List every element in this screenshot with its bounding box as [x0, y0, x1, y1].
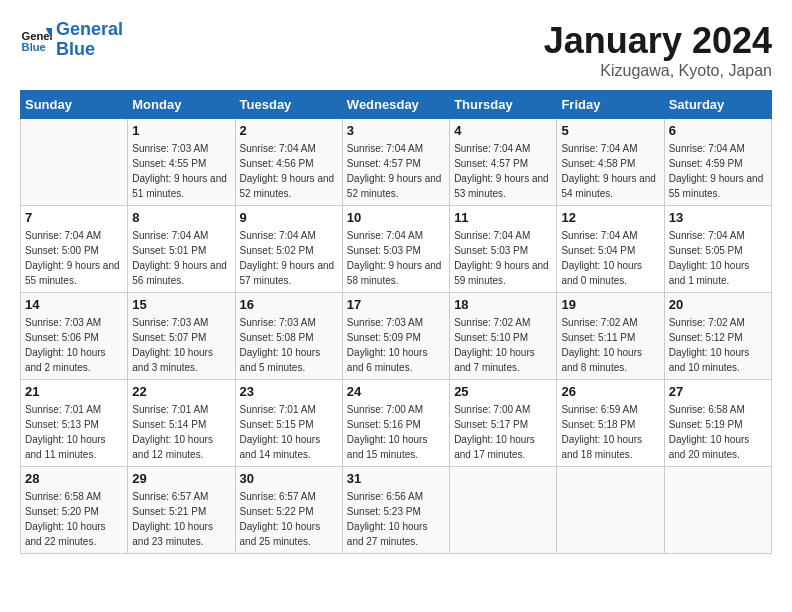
month-title: January 2024: [544, 20, 772, 62]
logo-icon: General Blue: [20, 24, 52, 56]
day-info: Sunrise: 7:01 AMSunset: 5:13 PMDaylight:…: [25, 402, 123, 462]
day-info: Sunrise: 6:57 AMSunset: 5:21 PMDaylight:…: [132, 489, 230, 549]
calendar-cell: 24Sunrise: 7:00 AMSunset: 5:16 PMDayligh…: [342, 380, 449, 467]
day-number: 22: [132, 384, 230, 399]
calendar-cell: 8Sunrise: 7:04 AMSunset: 5:01 PMDaylight…: [128, 206, 235, 293]
svg-text:Blue: Blue: [22, 41, 46, 53]
calendar-table: SundayMondayTuesdayWednesdayThursdayFrid…: [20, 90, 772, 554]
day-info: Sunrise: 7:03 AMSunset: 5:07 PMDaylight:…: [132, 315, 230, 375]
calendar-cell: 19Sunrise: 7:02 AMSunset: 5:11 PMDayligh…: [557, 293, 664, 380]
calendar-cell: 15Sunrise: 7:03 AMSunset: 5:07 PMDayligh…: [128, 293, 235, 380]
calendar-cell: 11Sunrise: 7:04 AMSunset: 5:03 PMDayligh…: [450, 206, 557, 293]
day-number: 30: [240, 471, 338, 486]
day-number: 1: [132, 123, 230, 138]
calendar-cell: 6Sunrise: 7:04 AMSunset: 4:59 PMDaylight…: [664, 119, 771, 206]
day-info: Sunrise: 6:56 AMSunset: 5:23 PMDaylight:…: [347, 489, 445, 549]
calendar-cell: [664, 467, 771, 554]
day-info: Sunrise: 6:59 AMSunset: 5:18 PMDaylight:…: [561, 402, 659, 462]
day-info: Sunrise: 7:02 AMSunset: 5:10 PMDaylight:…: [454, 315, 552, 375]
calendar-cell: 30Sunrise: 6:57 AMSunset: 5:22 PMDayligh…: [235, 467, 342, 554]
day-info: Sunrise: 6:57 AMSunset: 5:22 PMDaylight:…: [240, 489, 338, 549]
day-number: 3: [347, 123, 445, 138]
col-header-thursday: Thursday: [450, 91, 557, 119]
day-number: 15: [132, 297, 230, 312]
day-info: Sunrise: 7:00 AMSunset: 5:16 PMDaylight:…: [347, 402, 445, 462]
logo-text: GeneralBlue: [56, 20, 123, 60]
calendar-cell: 16Sunrise: 7:03 AMSunset: 5:08 PMDayligh…: [235, 293, 342, 380]
day-number: 11: [454, 210, 552, 225]
day-number: 21: [25, 384, 123, 399]
col-header-monday: Monday: [128, 91, 235, 119]
header-row: SundayMondayTuesdayWednesdayThursdayFrid…: [21, 91, 772, 119]
day-info: Sunrise: 7:04 AMSunset: 4:56 PMDaylight:…: [240, 141, 338, 201]
calendar-cell: 28Sunrise: 6:58 AMSunset: 5:20 PMDayligh…: [21, 467, 128, 554]
calendar-cell: 25Sunrise: 7:00 AMSunset: 5:17 PMDayligh…: [450, 380, 557, 467]
calendar-cell: 26Sunrise: 6:59 AMSunset: 5:18 PMDayligh…: [557, 380, 664, 467]
day-info: Sunrise: 7:01 AMSunset: 5:14 PMDaylight:…: [132, 402, 230, 462]
calendar-cell: 29Sunrise: 6:57 AMSunset: 5:21 PMDayligh…: [128, 467, 235, 554]
day-info: Sunrise: 7:04 AMSunset: 4:57 PMDaylight:…: [347, 141, 445, 201]
day-info: Sunrise: 7:03 AMSunset: 5:09 PMDaylight:…: [347, 315, 445, 375]
svg-text:General: General: [22, 30, 52, 42]
day-info: Sunrise: 6:58 AMSunset: 5:19 PMDaylight:…: [669, 402, 767, 462]
calendar-cell: 3Sunrise: 7:04 AMSunset: 4:57 PMDaylight…: [342, 119, 449, 206]
col-header-saturday: Saturday: [664, 91, 771, 119]
calendar-cell: 14Sunrise: 7:03 AMSunset: 5:06 PMDayligh…: [21, 293, 128, 380]
day-number: 7: [25, 210, 123, 225]
day-info: Sunrise: 7:04 AMSunset: 4:57 PMDaylight:…: [454, 141, 552, 201]
day-number: 24: [347, 384, 445, 399]
day-info: Sunrise: 7:04 AMSunset: 5:01 PMDaylight:…: [132, 228, 230, 288]
calendar-cell: 7Sunrise: 7:04 AMSunset: 5:00 PMDaylight…: [21, 206, 128, 293]
title-block: January 2024 Kizugawa, Kyoto, Japan: [544, 20, 772, 80]
day-number: 23: [240, 384, 338, 399]
calendar-cell: 23Sunrise: 7:01 AMSunset: 5:15 PMDayligh…: [235, 380, 342, 467]
calendar-cell: 9Sunrise: 7:04 AMSunset: 5:02 PMDaylight…: [235, 206, 342, 293]
calendar-cell: 22Sunrise: 7:01 AMSunset: 5:14 PMDayligh…: [128, 380, 235, 467]
day-number: 14: [25, 297, 123, 312]
day-info: Sunrise: 7:00 AMSunset: 5:17 PMDaylight:…: [454, 402, 552, 462]
header: General Blue GeneralBlue January 2024 Ki…: [20, 20, 772, 80]
calendar-cell: 27Sunrise: 6:58 AMSunset: 5:19 PMDayligh…: [664, 380, 771, 467]
calendar-cell: 17Sunrise: 7:03 AMSunset: 5:09 PMDayligh…: [342, 293, 449, 380]
day-number: 9: [240, 210, 338, 225]
day-number: 8: [132, 210, 230, 225]
week-row-4: 21Sunrise: 7:01 AMSunset: 5:13 PMDayligh…: [21, 380, 772, 467]
day-number: 25: [454, 384, 552, 399]
day-info: Sunrise: 7:03 AMSunset: 5:06 PMDaylight:…: [25, 315, 123, 375]
day-number: 5: [561, 123, 659, 138]
col-header-wednesday: Wednesday: [342, 91, 449, 119]
day-info: Sunrise: 7:04 AMSunset: 5:00 PMDaylight:…: [25, 228, 123, 288]
week-row-3: 14Sunrise: 7:03 AMSunset: 5:06 PMDayligh…: [21, 293, 772, 380]
day-number: 28: [25, 471, 123, 486]
day-number: 18: [454, 297, 552, 312]
day-number: 29: [132, 471, 230, 486]
calendar-cell: 13Sunrise: 7:04 AMSunset: 5:05 PMDayligh…: [664, 206, 771, 293]
calendar-cell: 1Sunrise: 7:03 AMSunset: 4:55 PMDaylight…: [128, 119, 235, 206]
day-number: 12: [561, 210, 659, 225]
col-header-tuesday: Tuesday: [235, 91, 342, 119]
day-info: Sunrise: 7:03 AMSunset: 4:55 PMDaylight:…: [132, 141, 230, 201]
day-info: Sunrise: 6:58 AMSunset: 5:20 PMDaylight:…: [25, 489, 123, 549]
calendar-cell: 20Sunrise: 7:02 AMSunset: 5:12 PMDayligh…: [664, 293, 771, 380]
day-number: 31: [347, 471, 445, 486]
week-row-1: 1Sunrise: 7:03 AMSunset: 4:55 PMDaylight…: [21, 119, 772, 206]
day-info: Sunrise: 7:03 AMSunset: 5:08 PMDaylight:…: [240, 315, 338, 375]
day-info: Sunrise: 7:04 AMSunset: 5:05 PMDaylight:…: [669, 228, 767, 288]
day-info: Sunrise: 7:01 AMSunset: 5:15 PMDaylight:…: [240, 402, 338, 462]
calendar-cell: [450, 467, 557, 554]
day-number: 17: [347, 297, 445, 312]
day-number: 19: [561, 297, 659, 312]
day-number: 6: [669, 123, 767, 138]
day-number: 16: [240, 297, 338, 312]
day-number: 2: [240, 123, 338, 138]
day-number: 26: [561, 384, 659, 399]
day-number: 20: [669, 297, 767, 312]
day-info: Sunrise: 7:04 AMSunset: 5:03 PMDaylight:…: [347, 228, 445, 288]
day-number: 13: [669, 210, 767, 225]
day-number: 10: [347, 210, 445, 225]
col-header-sunday: Sunday: [21, 91, 128, 119]
day-number: 27: [669, 384, 767, 399]
day-info: Sunrise: 7:04 AMSunset: 4:58 PMDaylight:…: [561, 141, 659, 201]
location: Kizugawa, Kyoto, Japan: [544, 62, 772, 80]
calendar-cell: [557, 467, 664, 554]
